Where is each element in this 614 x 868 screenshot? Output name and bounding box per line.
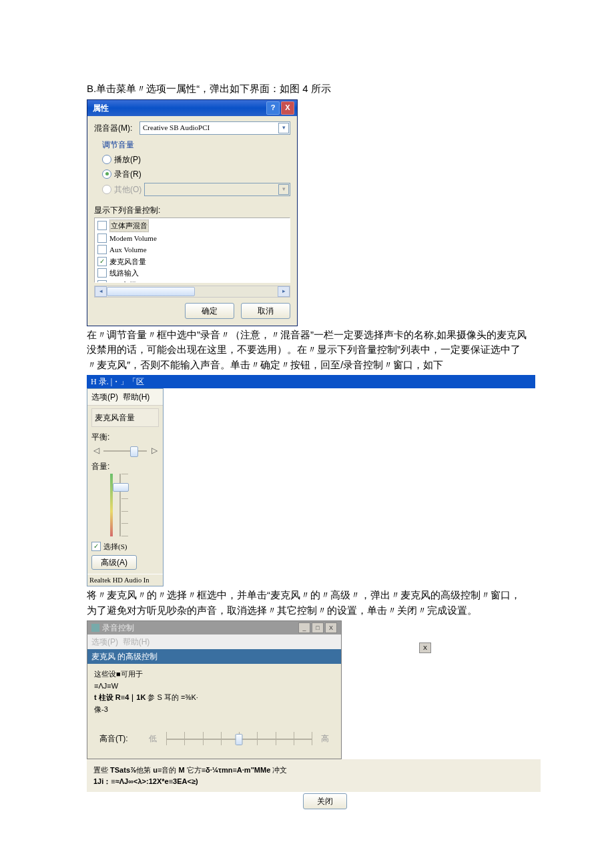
recording-control-window: 选项(P) 帮助(H) 麦克风音量 平衡: ◁ ▷ 音量:: [87, 388, 164, 586]
minimize-icon[interactable]: _: [298, 622, 310, 633]
cancel-button[interactable]: 取消: [241, 303, 290, 319]
advanced-close-x-icon[interactable]: X: [419, 642, 431, 653]
paragraph-3: 将〃麦克风〃的〃选择〃框选中，并单击“麦克风〃的〃高级〃，弹出〃麦克风的高级控制…: [87, 588, 527, 618]
list-item[interactable]: Modem Volume: [97, 232, 287, 244]
close-icon[interactable]: X: [281, 101, 294, 115]
radio-playback[interactable]: 播放(P): [102, 152, 290, 167]
checkbox-icon: [97, 245, 107, 254]
advanced-controls-dialog: 录音控制 _ □ X 选项(P) 帮助(H) 麦克风 的高级控制 X 这些设■可…: [87, 620, 342, 759]
hint-line-1: 这些设■可用于: [94, 669, 334, 680]
radio-other: 其他(O) ▾: [102, 181, 290, 197]
help-button-icon[interactable]: ?: [266, 101, 280, 115]
paragraph-2: 在〃调节音量〃框中选中”录音〃（注意，〃混音器”一栏一定要选择声卡的名称,如果摄…: [87, 328, 527, 373]
other-combobox: ▾: [144, 183, 290, 196]
advanced-subtitlebar[interactable]: 麦克风 的高级控制: [87, 649, 341, 664]
mic-column-header: 麦克风音量: [91, 408, 159, 427]
mixer-combobox[interactable]: Creative SB AudioPCI ▾: [139, 121, 290, 135]
checkbox-icon: [97, 234, 107, 243]
listbox-hscrollbar[interactable]: ◂ ▸: [94, 286, 290, 298]
chevron-down-icon[interactable]: ▾: [278, 123, 289, 133]
volume-controls-listbox[interactable]: 立体声混音 Modem Volume Aux Volume 麦克风音量 线路输入…: [94, 218, 290, 283]
radio-recording[interactable]: 录音(R): [102, 167, 290, 181]
list-item[interactable]: CD 音频: [97, 279, 287, 283]
balance-slider[interactable]: [101, 444, 149, 456]
chevron-down-disabled-icon: ▾: [278, 184, 289, 195]
list-item[interactable]: 线路输入: [97, 268, 287, 280]
checkbox-icon: [97, 268, 107, 278]
properties-dialog: 属性 ? X 混音器(M): Creative SB AudioPCI ▾ 调节…: [87, 99, 298, 326]
radio-checked-icon: [102, 169, 111, 179]
recording-window-titlebar[interactable]: H 录. |・」「区: [87, 375, 535, 388]
slider-thumb[interactable]: [113, 483, 129, 492]
slider-thumb[interactable]: [130, 446, 138, 457]
adjust-volume-label: 调节音量: [102, 137, 290, 152]
radio-icon: [102, 155, 111, 164]
scroll-right-icon[interactable]: ▸: [278, 286, 290, 297]
speaker-right-icon: ▷: [149, 446, 159, 455]
hint-line-4: 像-3: [94, 704, 334, 715]
treble-slider[interactable]: [166, 731, 312, 747]
close-button[interactable]: 关闭: [303, 793, 347, 809]
checkbox-icon: [97, 221, 107, 230]
scroll-left-icon[interactable]: ◂: [95, 286, 107, 297]
close-icon[interactable]: X: [325, 622, 337, 633]
paragraph-intro-1: B.单击菜单〃选项一属性“，弹出如下界面：如图 4 所示: [87, 81, 527, 97]
low-label: 低: [149, 733, 157, 745]
other-controls-hint: 置些 TSats⅞他第 u≡音的 M 它方≡δ·¼τmn≡A·m"MMe 冲文 …: [87, 759, 541, 792]
list-item[interactable]: Aux Volume: [97, 244, 287, 256]
high-label: 高: [321, 733, 329, 745]
balance-label: 平衡:: [91, 431, 159, 443]
parent-menu-bar: 选项(P) 帮助(H): [87, 634, 341, 649]
parent-window-titlebar[interactable]: 录音控制 _ □ X: [87, 621, 341, 634]
ok-button[interactable]: 确定: [185, 303, 234, 319]
para1-prefix: B.: [87, 83, 96, 94]
mixer-label: 混音器(M):: [94, 122, 135, 134]
properties-titlebar[interactable]: 属性 ? X: [87, 100, 297, 116]
menu-options[interactable]: 选项(P): [91, 392, 118, 402]
checkbox-checked-icon: [97, 257, 107, 266]
slider-thumb[interactable]: [236, 734, 243, 745]
mixer-value: Creative SB AudioPCI: [143, 122, 210, 133]
maximize-icon[interactable]: □: [312, 622, 324, 633]
app-icon: [91, 624, 99, 632]
properties-title: 属性: [93, 102, 109, 114]
status-bar: Realtek HD Audio In: [87, 574, 163, 586]
tone-group: 高音(T): 低 高: [94, 719, 334, 752]
volume-label: 音量:: [91, 460, 159, 472]
menu-help-disabled: 帮助(H): [123, 637, 150, 646]
menu-help[interactable]: 帮助(H): [123, 392, 150, 402]
volume-slider[interactable]: [98, 474, 141, 536]
checkbox-icon: [97, 280, 107, 283]
radio-disabled-icon: [102, 185, 111, 194]
list-item[interactable]: 麦克风音量: [97, 256, 287, 268]
volume-controls-label: 显示下列音量控制:: [94, 204, 290, 216]
list-item[interactable]: 立体声混音: [97, 220, 287, 233]
treble-label: 高音(T):: [99, 733, 139, 745]
checkbox-checked-icon: [91, 542, 101, 551]
select-checkbox[interactable]: 选择(S): [91, 540, 159, 552]
hint-line-2: ≡ΛJ≡W: [94, 681, 334, 692]
recording-menu-bar: 选项(P) 帮助(H): [87, 389, 163, 406]
scroll-thumb[interactable]: [107, 287, 195, 296]
advanced-button[interactable]: 高级(A): [91, 555, 137, 570]
menu-options-disabled: 选项(P): [91, 637, 118, 646]
speaker-left-icon: ◁: [91, 446, 101, 455]
hint-line-3: t 柱设 R≡4｜1K 参 S 耳的 =⅜K·: [94, 692, 334, 703]
